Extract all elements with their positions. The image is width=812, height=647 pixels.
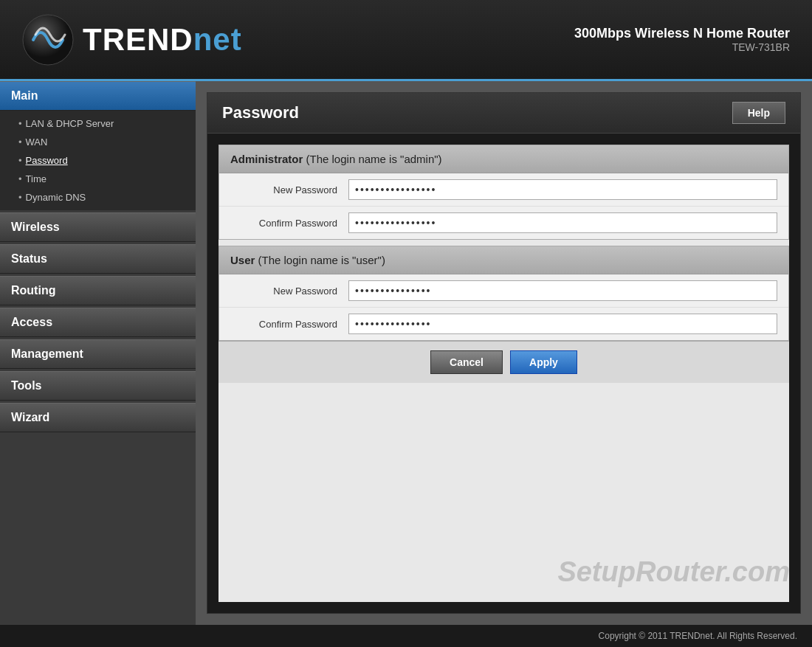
sidebar-item-wan[interactable]: • WAN <box>0 133 196 151</box>
trendnet-logo-icon <box>22 14 74 66</box>
admin-section-subtitle: (The login name is "admin") <box>306 153 442 165</box>
user-section-subtitle: (The login name is "user") <box>258 254 385 266</box>
sidebar-item-lan-dhcp[interactable]: • LAN & DHCP Server <box>0 114 196 133</box>
admin-confirm-password-input[interactable] <box>348 212 777 233</box>
bullet-icon: • <box>18 155 22 166</box>
bullet-icon: • <box>18 192 22 203</box>
admin-section-title: Administrator <box>230 153 303 165</box>
sidebar-item-management[interactable]: Management <box>0 339 196 369</box>
admin-section-header: Administrator (The login name is "admin"… <box>219 145 788 173</box>
page-title: Password <box>222 103 299 122</box>
sidebar-item-password[interactable]: • Password <box>0 151 196 170</box>
device-model: TEW-731BR <box>574 41 790 53</box>
help-button[interactable]: Help <box>732 102 785 124</box>
sidebar-section-routing: Routing <box>0 276 196 305</box>
admin-new-password-input[interactable] <box>348 179 777 200</box>
sidebar-item-main[interactable]: Main <box>0 81 196 111</box>
user-new-password-label: New Password <box>230 286 348 297</box>
sidebar-section-management: Management <box>0 339 196 369</box>
main-layout: Main • LAN & DHCP Server • WAN • Passwor… <box>0 81 812 625</box>
bullet-icon: • <box>18 173 22 184</box>
admin-new-password-label: New Password <box>230 184 348 196</box>
sidebar-item-routing[interactable]: Routing <box>0 276 196 305</box>
footer: Copyright © 2011 TRENDnet. All Rights Re… <box>0 625 812 647</box>
bullet-icon: • <box>18 136 22 148</box>
dynamic-dns-link[interactable]: Dynamic DNS <box>26 192 86 203</box>
content-area: Password Help Administrator (The login n… <box>196 81 812 625</box>
sidebar: Main • LAN & DHCP Server • WAN • Passwor… <box>0 81 196 625</box>
header: TRENDnet 300Mbps Wireless N Home Router … <box>0 0 812 81</box>
sidebar-section-wizard: Wizard <box>0 403 196 432</box>
sidebar-item-wizard[interactable]: Wizard <box>0 403 196 432</box>
user-confirm-password-row: Confirm Password <box>219 308 788 340</box>
device-info: 300Mbps Wireless N Home Router TEW-731BR <box>574 26 790 53</box>
sidebar-item-access[interactable]: Access <box>0 308 196 337</box>
user-section: User (The login name is "user") New Pass… <box>219 246 789 341</box>
content-header: Password Help <box>207 93 800 134</box>
apply-button[interactable]: Apply <box>510 350 577 374</box>
user-confirm-password-input[interactable] <box>348 314 777 334</box>
password-link[interactable]: Password <box>26 155 68 166</box>
lan-dhcp-link[interactable]: LAN & DHCP Server <box>26 118 114 129</box>
time-link[interactable]: Time <box>26 173 47 184</box>
sidebar-item-wireless[interactable]: Wireless <box>0 212 196 242</box>
sidebar-sub-items-main: • LAN & DHCP Server • WAN • Password • T… <box>0 111 196 210</box>
admin-section: Administrator (The login name is "admin"… <box>219 145 789 240</box>
copyright-text: Copyright © 2011 TRENDnet. All Rights Re… <box>599 631 797 641</box>
sidebar-section-tools: Tools <box>0 371 196 401</box>
sidebar-section-wireless: Wireless <box>0 212 196 242</box>
device-name: 300Mbps Wireless N Home Router <box>574 26 790 41</box>
user-section-title: User <box>230 254 255 266</box>
sidebar-item-status[interactable]: Status <box>0 244 196 274</box>
user-section-header: User (The login name is "user") <box>219 246 788 274</box>
wan-link[interactable]: WAN <box>26 136 48 148</box>
user-new-password-input[interactable] <box>348 280 777 301</box>
sidebar-item-time[interactable]: • Time <box>0 170 196 188</box>
sidebar-section-access: Access <box>0 308 196 337</box>
content-panel: Password Help Administrator (The login n… <box>207 92 801 614</box>
logo-area: TRENDnet <box>22 14 242 66</box>
sidebar-item-dynamic-dns[interactable]: • Dynamic DNS <box>0 188 196 207</box>
bullet-icon: • <box>18 118 22 129</box>
sidebar-section-status: Status <box>0 244 196 274</box>
admin-confirm-password-label: Confirm Password <box>230 218 348 229</box>
user-new-password-row: New Password <box>219 274 788 308</box>
brand-name: TRENDnet <box>83 22 242 58</box>
sidebar-section-main: Main • LAN & DHCP Server • WAN • Passwor… <box>0 81 196 210</box>
cancel-button[interactable]: Cancel <box>430 350 503 374</box>
admin-confirm-password-row: Confirm Password <box>219 207 788 239</box>
form-actions: Cancel Apply <box>219 341 789 383</box>
form-container: Administrator (The login name is "admin"… <box>219 145 789 602</box>
sidebar-item-tools[interactable]: Tools <box>0 371 196 401</box>
user-confirm-password-label: Confirm Password <box>230 319 348 330</box>
admin-new-password-row: New Password <box>219 173 788 207</box>
